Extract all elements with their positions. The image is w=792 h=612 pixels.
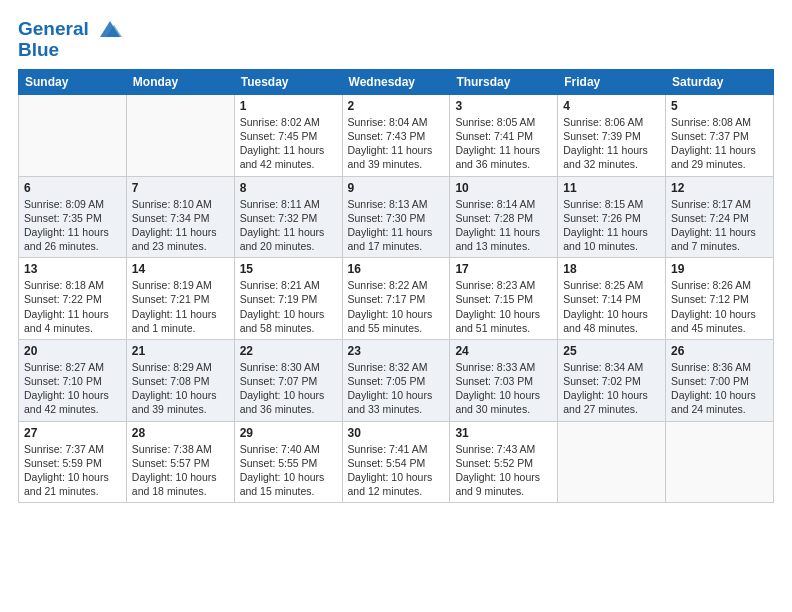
cell-content: Sunrise: 8:34 AMSunset: 7:02 PMDaylight:…	[563, 360, 660, 417]
cell-content: Sunrise: 8:11 AMSunset: 7:32 PMDaylight:…	[240, 197, 337, 254]
cell-content: Sunrise: 8:17 AMSunset: 7:24 PMDaylight:…	[671, 197, 768, 254]
daylight: Daylight: 10 hours and 21 minutes.	[24, 471, 109, 497]
sunset: Sunset: 7:07 PM	[240, 375, 318, 387]
sunset: Sunset: 7:32 PM	[240, 212, 318, 224]
day-number: 24	[455, 344, 552, 358]
daylight: Daylight: 11 hours and 4 minutes.	[24, 308, 109, 334]
sunrise: Sunrise: 8:02 AM	[240, 116, 320, 128]
calendar-cell: 30Sunrise: 7:41 AMSunset: 5:54 PMDayligh…	[342, 421, 450, 503]
day-number: 22	[240, 344, 337, 358]
daylight: Daylight: 10 hours and 36 minutes.	[240, 389, 325, 415]
day-number: 13	[24, 262, 121, 276]
calendar-week-row: 20Sunrise: 8:27 AMSunset: 7:10 PMDayligh…	[19, 339, 774, 421]
calendar-cell: 3Sunrise: 8:05 AMSunset: 7:41 PMDaylight…	[450, 94, 558, 176]
sunrise: Sunrise: 8:33 AM	[455, 361, 535, 373]
calendar-cell: 8Sunrise: 8:11 AMSunset: 7:32 PMDaylight…	[234, 176, 342, 258]
sunset: Sunset: 5:57 PM	[132, 457, 210, 469]
sunset: Sunset: 7:34 PM	[132, 212, 210, 224]
day-number: 23	[348, 344, 445, 358]
calendar-cell	[666, 421, 774, 503]
cell-content: Sunrise: 8:23 AMSunset: 7:15 PMDaylight:…	[455, 278, 552, 335]
day-number: 25	[563, 344, 660, 358]
daylight: Daylight: 10 hours and 39 minutes.	[132, 389, 217, 415]
cell-content: Sunrise: 8:05 AMSunset: 7:41 PMDaylight:…	[455, 115, 552, 172]
daylight: Daylight: 10 hours and 15 minutes.	[240, 471, 325, 497]
sunrise: Sunrise: 8:13 AM	[348, 198, 428, 210]
sunrise: Sunrise: 8:05 AM	[455, 116, 535, 128]
day-number: 15	[240, 262, 337, 276]
logo: General Blue	[18, 18, 124, 61]
calendar-cell: 10Sunrise: 8:14 AMSunset: 7:28 PMDayligh…	[450, 176, 558, 258]
sunset: Sunset: 7:05 PM	[348, 375, 426, 387]
sunset: Sunset: 7:43 PM	[348, 130, 426, 142]
day-number: 9	[348, 181, 445, 195]
page: General Blue SundayMondayTuesdayWednesda…	[0, 0, 792, 612]
day-number: 11	[563, 181, 660, 195]
calendar-cell: 13Sunrise: 8:18 AMSunset: 7:22 PMDayligh…	[19, 258, 127, 340]
calendar-table: SundayMondayTuesdayWednesdayThursdayFrid…	[18, 69, 774, 503]
cell-content: Sunrise: 8:08 AMSunset: 7:37 PMDaylight:…	[671, 115, 768, 172]
calendar-cell: 23Sunrise: 8:32 AMSunset: 7:05 PMDayligh…	[342, 339, 450, 421]
cell-content: Sunrise: 7:38 AMSunset: 5:57 PMDaylight:…	[132, 442, 229, 499]
cell-content: Sunrise: 8:19 AMSunset: 7:21 PMDaylight:…	[132, 278, 229, 335]
weekday-header: Wednesday	[342, 69, 450, 94]
sunset: Sunset: 7:10 PM	[24, 375, 102, 387]
sunrise: Sunrise: 8:11 AM	[240, 198, 320, 210]
sunrise: Sunrise: 8:30 AM	[240, 361, 320, 373]
cell-content: Sunrise: 8:04 AMSunset: 7:43 PMDaylight:…	[348, 115, 445, 172]
cell-content: Sunrise: 8:09 AMSunset: 7:35 PMDaylight:…	[24, 197, 121, 254]
day-number: 29	[240, 426, 337, 440]
sunrise: Sunrise: 8:06 AM	[563, 116, 643, 128]
calendar-header-row: SundayMondayTuesdayWednesdayThursdayFrid…	[19, 69, 774, 94]
daylight: Daylight: 10 hours and 58 minutes.	[240, 308, 325, 334]
daylight: Daylight: 10 hours and 51 minutes.	[455, 308, 540, 334]
logo-icon	[96, 19, 124, 41]
sunset: Sunset: 7:22 PM	[24, 293, 102, 305]
calendar-cell: 2Sunrise: 8:04 AMSunset: 7:43 PMDaylight…	[342, 94, 450, 176]
sunrise: Sunrise: 8:26 AM	[671, 279, 751, 291]
calendar-week-row: 27Sunrise: 7:37 AMSunset: 5:59 PMDayligh…	[19, 421, 774, 503]
daylight: Daylight: 10 hours and 24 minutes.	[671, 389, 756, 415]
cell-content: Sunrise: 8:18 AMSunset: 7:22 PMDaylight:…	[24, 278, 121, 335]
day-number: 21	[132, 344, 229, 358]
sunrise: Sunrise: 8:32 AM	[348, 361, 428, 373]
cell-content: Sunrise: 8:14 AMSunset: 7:28 PMDaylight:…	[455, 197, 552, 254]
daylight: Daylight: 11 hours and 13 minutes.	[455, 226, 540, 252]
day-number: 10	[455, 181, 552, 195]
sunset: Sunset: 7:14 PM	[563, 293, 641, 305]
header: General Blue	[18, 18, 774, 61]
cell-content: Sunrise: 7:40 AMSunset: 5:55 PMDaylight:…	[240, 442, 337, 499]
sunset: Sunset: 7:24 PM	[671, 212, 749, 224]
weekday-header: Tuesday	[234, 69, 342, 94]
sunset: Sunset: 7:08 PM	[132, 375, 210, 387]
sunrise: Sunrise: 8:17 AM	[671, 198, 751, 210]
calendar-cell: 21Sunrise: 8:29 AMSunset: 7:08 PMDayligh…	[126, 339, 234, 421]
cell-content: Sunrise: 8:27 AMSunset: 7:10 PMDaylight:…	[24, 360, 121, 417]
day-number: 28	[132, 426, 229, 440]
cell-content: Sunrise: 8:13 AMSunset: 7:30 PMDaylight:…	[348, 197, 445, 254]
sunrise: Sunrise: 8:22 AM	[348, 279, 428, 291]
cell-content: Sunrise: 8:29 AMSunset: 7:08 PMDaylight:…	[132, 360, 229, 417]
calendar-cell: 5Sunrise: 8:08 AMSunset: 7:37 PMDaylight…	[666, 94, 774, 176]
sunset: Sunset: 5:52 PM	[455, 457, 533, 469]
cell-content: Sunrise: 8:26 AMSunset: 7:12 PMDaylight:…	[671, 278, 768, 335]
sunset: Sunset: 7:00 PM	[671, 375, 749, 387]
cell-content: Sunrise: 8:15 AMSunset: 7:26 PMDaylight:…	[563, 197, 660, 254]
calendar-cell: 20Sunrise: 8:27 AMSunset: 7:10 PMDayligh…	[19, 339, 127, 421]
sunrise: Sunrise: 8:15 AM	[563, 198, 643, 210]
calendar-cell: 22Sunrise: 8:30 AMSunset: 7:07 PMDayligh…	[234, 339, 342, 421]
calendar-cell: 14Sunrise: 8:19 AMSunset: 7:21 PMDayligh…	[126, 258, 234, 340]
sunrise: Sunrise: 8:29 AM	[132, 361, 212, 373]
sunset: Sunset: 7:39 PM	[563, 130, 641, 142]
sunrise: Sunrise: 8:36 AM	[671, 361, 751, 373]
day-number: 6	[24, 181, 121, 195]
cell-content: Sunrise: 8:22 AMSunset: 7:17 PMDaylight:…	[348, 278, 445, 335]
sunrise: Sunrise: 8:23 AM	[455, 279, 535, 291]
calendar-cell	[126, 94, 234, 176]
sunset: Sunset: 7:02 PM	[563, 375, 641, 387]
daylight: Daylight: 10 hours and 45 minutes.	[671, 308, 756, 334]
cell-content: Sunrise: 8:02 AMSunset: 7:45 PMDaylight:…	[240, 115, 337, 172]
daylight: Daylight: 11 hours and 29 minutes.	[671, 144, 756, 170]
calendar-cell: 28Sunrise: 7:38 AMSunset: 5:57 PMDayligh…	[126, 421, 234, 503]
sunrise: Sunrise: 8:34 AM	[563, 361, 643, 373]
